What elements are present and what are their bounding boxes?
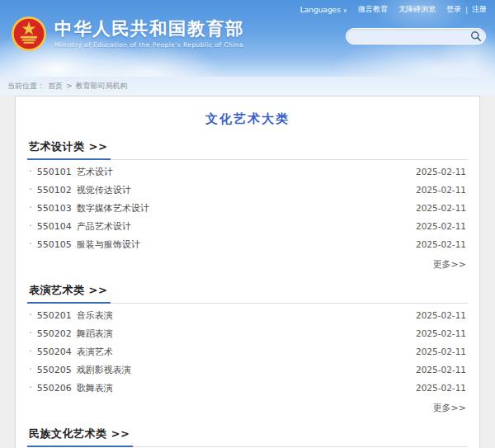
bullet-icon: ·: [29, 328, 32, 338]
national-emblem-icon: [11, 16, 47, 52]
search-icon[interactable]: [470, 31, 482, 42]
major-link[interactable]: · 550105 服装与服饰设计: [29, 238, 140, 251]
publish-date: 2025-02-11: [416, 221, 466, 231]
major-link[interactable]: · 550103 数字媒体艺术设计: [29, 202, 149, 215]
major-list-item: · 550205 戏剧影视表演 2025-02-11: [27, 361, 468, 379]
section-heading-link[interactable]: 艺术设计类 >>: [27, 139, 111, 160]
breadcrumb-home-link[interactable]: 首页: [48, 81, 63, 92]
search-box: [346, 28, 486, 45]
category-section: 表演艺术类 >> · 550201 音乐表演 2025-02-11 · 5502…: [27, 281, 468, 414]
major-link[interactable]: · 550205 戏剧影视表演: [29, 364, 131, 376]
bullet-icon: ·: [29, 221, 32, 231]
weiyan-education-link[interactable]: 微言教育: [358, 4, 388, 15]
bullet-icon: ·: [29, 310, 32, 320]
divider: |: [465, 6, 468, 14]
major-list-item: · 550206 歌舞表演 2025-02-11: [27, 379, 468, 397]
major-list-item: · 550102 视觉传达设计 2025-02-11: [27, 181, 468, 199]
major-title: 数字媒体艺术设计: [77, 202, 149, 215]
major-title: 视觉传达设计: [77, 184, 131, 196]
section-list: · 550101 艺术设计 2025-02-11 · 550102 视觉传达设计…: [27, 163, 468, 271]
major-code: 550206: [37, 383, 72, 394]
major-list-item: · 550101 艺术设计 2025-02-11: [27, 163, 468, 181]
major-link[interactable]: · 550101 艺术设计: [29, 166, 113, 178]
publish-date: 2025-02-11: [416, 365, 466, 375]
content-card: 文化艺术大类 艺术设计类 >> · 550101 艺术设计 2025-02-11…: [15, 96, 480, 448]
bullet-icon: ·: [29, 185, 32, 195]
major-title: 产品艺术设计: [77, 220, 131, 233]
languages-menu[interactable]: Languages∨: [300, 6, 347, 14]
chevron-down-icon: ∨: [343, 7, 347, 14]
major-list-item: · 550103 数字媒体艺术设计 2025-02-11: [27, 199, 468, 217]
major-title: 舞蹈表演: [77, 328, 113, 340]
publish-date: 2025-02-11: [416, 167, 466, 177]
publish-date: 2025-02-11: [416, 328, 466, 338]
major-link[interactable]: · 550206 歌舞表演: [29, 382, 113, 394]
publish-date: 2025-02-11: [416, 203, 466, 213]
major-list-item: · 550201 音乐表演 2025-02-11: [27, 306, 468, 324]
breadcrumb-current-link[interactable]: 教育部司局机构: [76, 81, 128, 92]
accessibility-link[interactable]: 无障碍浏览: [398, 4, 436, 15]
section-heading-link[interactable]: 民族文化艺术类 >>: [27, 427, 133, 447]
major-code: 550201: [37, 310, 72, 321]
major-link[interactable]: · 550202 舞蹈表演: [29, 328, 113, 340]
breadcrumb: 当前位置： 首页 > 教育部司局机构: [0, 77, 495, 95]
more-link[interactable]: 更多>>: [433, 403, 466, 413]
major-code: 550105: [37, 239, 72, 250]
sections-container: 艺术设计类 >> · 550101 艺术设计 2025-02-11 · 5501…: [27, 138, 468, 448]
major-list-item: · 550105 服装与服饰设计 2025-02-11: [27, 235, 468, 253]
breadcrumb-separator: >: [66, 82, 73, 90]
section-heading-row: 艺术设计类 >>: [27, 138, 468, 160]
major-list-item: · 550204 表演艺术 2025-02-11: [27, 342, 468, 361]
major-link[interactable]: · 550201 音乐表演: [29, 309, 113, 322]
major-title: 歌舞表演: [77, 382, 113, 394]
register-link[interactable]: 注册: [472, 4, 487, 15]
section-heading-row: 民族文化艺术类 >>: [27, 425, 468, 447]
bullet-icon: ·: [29, 239, 32, 249]
major-title: 表演艺术: [77, 346, 113, 358]
login-link[interactable]: 登录: [446, 4, 461, 15]
header-utility-nav: Languages∨ 微言教育 无障碍浏览 登录 | 注册: [300, 4, 487, 15]
category-section: 艺术设计类 >> · 550101 艺术设计 2025-02-11 · 5501…: [27, 138, 468, 271]
section-heading-link[interactable]: 表演艺术类 >>: [27, 283, 111, 304]
publish-date: 2025-02-11: [416, 185, 466, 195]
major-code: 550101: [37, 167, 72, 177]
bullet-icon: ·: [29, 383, 32, 393]
brand-text: 中华人民共和国教育部 Ministry of Education of the …: [54, 19, 244, 50]
bullet-icon: ·: [29, 203, 32, 213]
publish-date: 2025-02-11: [416, 239, 466, 249]
search-input[interactable]: [355, 32, 470, 41]
major-code: 550104: [37, 221, 72, 232]
major-code: 550102: [37, 185, 72, 196]
site-subtitle: Ministry of Education of the People's Re…: [54, 41, 244, 49]
category-section: 民族文化艺术类 >> · 550303 民族服装与饰品 2025-02-11: [27, 425, 468, 448]
site-logo[interactable]: 中华人民共和国教育部 Ministry of Education of the …: [11, 16, 244, 52]
publish-date: 2025-02-11: [416, 347, 466, 356]
section-heading-row: 表演艺术类 >>: [27, 281, 468, 304]
more-row: 更多>>: [27, 253, 468, 271]
bullet-icon: ·: [29, 167, 32, 177]
major-title: 服装与服饰设计: [77, 238, 140, 251]
major-list-item: · 550202 舞蹈表演 2025-02-11: [27, 324, 468, 342]
major-link[interactable]: · 550104 产品艺术设计: [29, 220, 131, 233]
more-link[interactable]: 更多>>: [433, 259, 466, 270]
major-link[interactable]: · 550204 表演艺术: [29, 346, 113, 358]
site-title: 中华人民共和国教育部: [54, 19, 244, 40]
major-link[interactable]: · 550102 视觉传达设计: [29, 184, 131, 196]
major-title: 音乐表演: [77, 309, 113, 322]
bullet-icon: ·: [29, 347, 32, 356]
page-title: 文化艺术大类: [27, 111, 468, 127]
major-code: 550204: [37, 347, 72, 357]
major-list-item: · 550104 产品艺术设计 2025-02-11: [27, 217, 468, 235]
page-background: 文化艺术大类 艺术设计类 >> · 550101 艺术设计 2025-02-11…: [0, 95, 495, 448]
major-code: 550103: [37, 203, 72, 214]
more-row: 更多>>: [27, 397, 468, 414]
major-title: 艺术设计: [77, 166, 113, 178]
major-code: 550202: [37, 328, 72, 339]
bullet-icon: ·: [29, 365, 32, 375]
publish-date: 2025-02-11: [416, 383, 466, 393]
major-code: 550205: [37, 365, 72, 375]
major-title: 戏剧影视表演: [77, 364, 131, 376]
publish-date: 2025-02-11: [416, 310, 466, 320]
site-header: Languages∨ 微言教育 无障碍浏览 登录 | 注册 中华人民共和国教育部…: [0, 0, 495, 77]
section-list: · 550201 音乐表演 2025-02-11 · 550202 舞蹈表演 2…: [27, 306, 468, 414]
